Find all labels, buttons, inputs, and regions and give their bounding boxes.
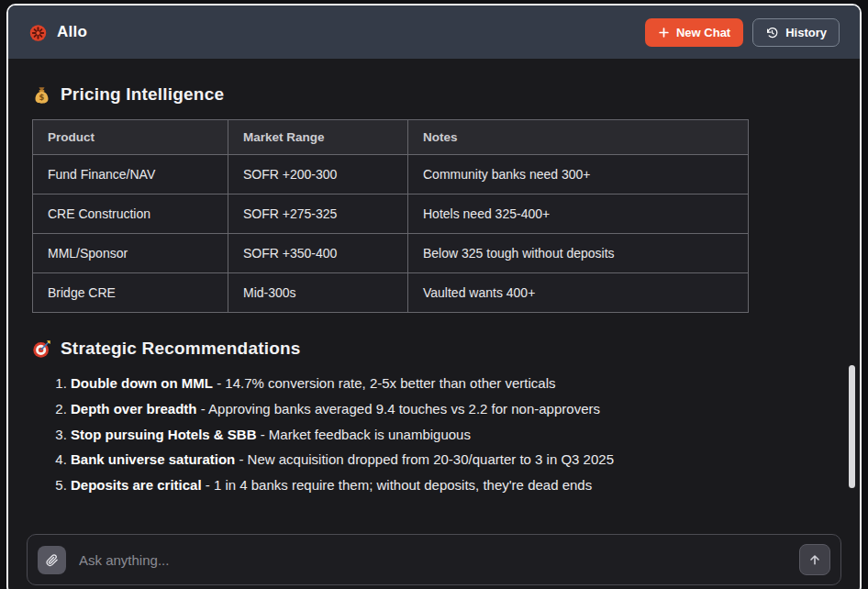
cell-product: Fund Finance/NAV — [33, 155, 228, 194]
column-header-product: Product — [33, 120, 228, 155]
send-button[interactable] — [799, 544, 830, 575]
cell-notes: Below 325 tough without deposits — [408, 234, 749, 273]
paperclip-icon — [45, 553, 59, 567]
history-label: History — [785, 26, 827, 39]
attach-button[interactable] — [38, 546, 66, 574]
new-chat-button[interactable]: New Chat — [645, 18, 743, 47]
rec-lead: Deposits are critical — [71, 477, 202, 493]
scrollbar-thumb[interactable] — [849, 365, 855, 488]
rec-lead: Bank universe saturation — [71, 451, 235, 467]
table-row: Fund Finance/NAV SOFR +200-300 Community… — [33, 155, 749, 194]
svg-text:$: $ — [39, 93, 45, 102]
list-item: Bank universe saturation - New acquisiti… — [71, 450, 836, 470]
rec-rest: - Market feedback is unambiguous — [257, 427, 471, 442]
rec-rest: - New acquisition dropped from 20-30/qua… — [235, 451, 614, 467]
list-item: Deposits are critical - 1 in 4 banks req… — [71, 475, 836, 495]
rec-lead: Double down on MML — [71, 375, 213, 391]
plus-icon — [658, 27, 670, 39]
cell-product: Bridge CRE — [33, 273, 228, 313]
cell-notes: Hotels need 325-400+ — [408, 194, 749, 234]
arrow-up-icon — [807, 552, 822, 567]
pricing-section-heading: $ Pricing Intelligence — [32, 84, 836, 105]
recommendations-section-heading: Strategic Recommendations — [32, 339, 836, 359]
new-chat-label: New Chat — [676, 26, 730, 39]
table-row: MML/Sponsor SOFR +350-400 Below 325 toug… — [33, 234, 749, 273]
cell-notes: Community banks need 300+ — [408, 155, 749, 194]
column-header-market-range: Market Range — [228, 120, 408, 155]
rec-rest: - 14.7% conversion rate, 2-5x better tha… — [213, 375, 556, 391]
cell-market-range: SOFR +200-300 — [228, 155, 408, 194]
rec-lead: Depth over breadth — [71, 401, 197, 417]
table-row: CRE Construction SOFR +275-325 Hotels ne… — [33, 194, 749, 234]
message-composer — [27, 534, 841, 585]
target-icon — [32, 339, 51, 359]
app-title: Allo — [57, 23, 87, 41]
chat-input[interactable] — [77, 551, 788, 569]
chat-content-area: $ Pricing Intelligence Product Market Ra… — [8, 59, 860, 534]
cell-market-range: SOFR +350-400 — [228, 234, 408, 273]
brand: Allo — [28, 23, 87, 42]
rec-lead: Stop pursuing Hotels & SBB — [71, 427, 257, 442]
table-row: Bridge CRE Mid-300s Vaulted wants 400+ — [33, 273, 749, 313]
top-bar-actions: New Chat History — [645, 18, 840, 47]
clock-rewind-icon — [765, 26, 779, 39]
column-header-notes: Notes — [408, 120, 749, 155]
top-bar: Allo New Chat History — [8, 6, 860, 59]
allo-logo-icon — [28, 23, 48, 42]
history-button[interactable]: History — [752, 18, 840, 47]
cell-market-range: Mid-300s — [228, 273, 408, 313]
cell-product: MML/Sponsor — [33, 234, 228, 273]
table-header-row: Product Market Range Notes — [33, 120, 749, 155]
list-item: Double down on MML - 14.7% conversion ra… — [71, 373, 836, 394]
list-item: Stop pursuing Hotels & SBB - Market feed… — [71, 425, 836, 445]
cell-notes: Vaulted wants 400+ — [408, 273, 749, 313]
rec-rest: - 1 in 4 banks require them; without dep… — [202, 477, 593, 493]
recommendations-section-title: Strategic Recommendations — [61, 339, 301, 359]
pricing-section-title: Pricing Intelligence — [61, 84, 224, 105]
pricing-table: Product Market Range Notes Fund Finance/… — [32, 119, 749, 313]
cell-product: CRE Construction — [33, 194, 228, 234]
rec-rest: - Approving banks averaged 9.4 touches v… — [197, 401, 600, 417]
money-bag-icon: $ — [32, 85, 51, 105]
list-item: Depth over breadth - Approving banks ave… — [71, 399, 836, 419]
recommendations-list: Double down on MML - 14.7% conversion ra… — [32, 373, 836, 495]
app-frame: Allo New Chat History — [6, 4, 862, 589]
cell-market-range: SOFR +275-325 — [228, 194, 408, 234]
